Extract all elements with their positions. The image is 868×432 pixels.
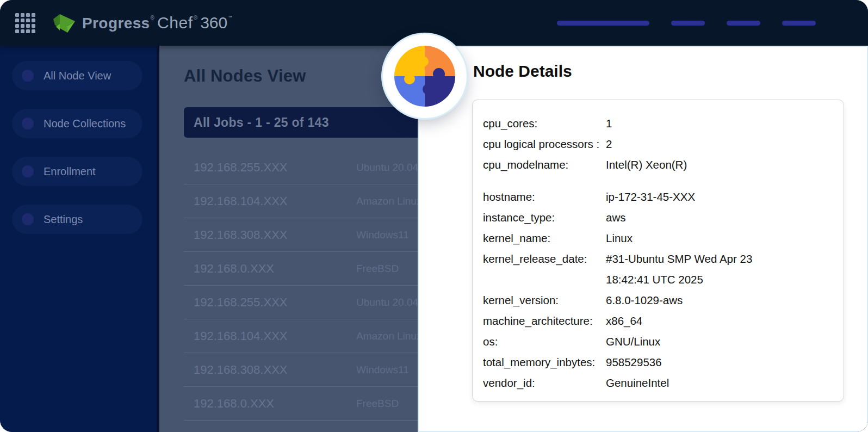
sidebar-item-label: Node Collections [44,118,126,130]
nav-placeholder-bar[interactable] [671,21,705,26]
node-ip-cell: 192.168.255.XXX [194,161,356,175]
detail-label: kernel_version: [483,290,606,311]
sidebar-item-enrollment[interactable]: Enrollment [12,157,142,186]
spotlight-circle [383,34,467,118]
brand-sm-mark: ℠ [228,16,233,21]
progress-chef-360-logo: Progress ® Chef ® 360 ℠ [53,13,233,33]
brand-suite-360: 360 [200,15,227,31]
brand-reg-mark: ® [151,15,154,21]
detail-row: kernel_release_date: #31-Ubuntu SMP Wed … [483,249,844,290]
node-ip-cell: 192.168.308.XXX [194,228,356,242]
menu-bullet-icon [22,165,34,177]
node-ip-cell: 192.168.0.XXX [194,262,356,276]
app-launcher-grid-icon[interactable] [15,13,35,33]
detail-row: kernel_name: Linux [483,228,844,249]
sidebar-item-label: Settings [44,213,83,226]
detail-label: cpu_modelname: [483,155,606,175]
node-details-panel: Node Details cpu_cores: 1 cpu logical pr… [418,46,868,432]
detail-value: 2 [606,134,612,155]
node-os-cell: Ubuntu 20.04 [356,162,418,174]
nav-placeholder-bar[interactable] [782,21,816,26]
menu-bullet-icon [22,118,34,129]
node-os-cell: FreeBSD [356,398,399,410]
detail-row: cpu_modelname: Intel(R) Xeon(R) [483,155,844,175]
nav-placeholder-bar[interactable] [727,21,760,26]
brand-reg-mark: ® [194,15,197,21]
brand-progress: Progress [82,16,150,31]
detail-label: kernel_name: [483,228,606,249]
progress-logo-icon [53,14,77,33]
detail-value: ip-172-31-45-XXX [606,187,695,207]
detail-row: instance_type: aws [483,207,844,228]
sidebar-item-node-collections[interactable]: Node Collections [12,109,142,138]
top-nav-placeholder-group [557,21,816,26]
detail-value: 958529536 [606,352,662,373]
node-ip-cell: 192.168.0.XXX [194,397,356,411]
detail-label: cpu_cores: [483,113,606,134]
node-ip-cell: 192.168.104.XXX [194,329,356,343]
detail-value: aws [606,207,625,228]
detail-label: vendor_id: [483,373,606,393]
detail-row: machine_architecture: x86_64 [483,311,844,331]
detail-label: cpu logical processors : [483,134,606,155]
jobs-summary-label: All Jobs - 1 - 25 of 143 [194,115,329,130]
detail-value: Intel(R) Xeon(R) [606,155,687,175]
node-os-cell: Windows11 [356,229,409,241]
node-os-cell: Windows11 [356,364,409,376]
detail-row: cpu logical processors : 2 [483,134,844,155]
detail-label: instance_type: [483,207,606,228]
node-os-cell: Ubuntu 20.04 [356,297,418,308]
node-ip-cell: 192.168.104.XXX [194,194,356,208]
node-details-card: cpu_cores: 1 cpu logical processors : 2 … [472,100,844,402]
sidebar-item-settings[interactable]: Settings [12,205,142,234]
detail-value: x86_64 [606,311,642,331]
detail-row: os: GNU/Linux [483,331,844,352]
brand-chef: Chef [157,15,193,31]
detail-label: kernel_release_date: [483,249,606,290]
sidebar-item-label: All Node View [44,70,111,82]
menu-bullet-icon [22,213,34,225]
sidebar: All Node View Node Collections Enrollmen… [0,46,159,432]
detail-value: GNU/Linux [606,331,660,352]
detail-label: machine_architecture: [483,311,606,331]
detail-label: os: [483,331,606,352]
node-ip-cell: 192.168.255.XXX [194,295,356,310]
menu-bullet-icon [22,70,34,82]
detail-label: total_memory_inbytes: [483,352,606,373]
detail-value: 6.8.0-1029-aws [606,290,683,311]
app-window: Progress ® Chef ® 360 ℠ All Node View No… [0,0,868,432]
sidebar-item-all-node-view[interactable]: All Node View [12,61,142,90]
detail-row: total_memory_inbytes: 958529536 [483,352,844,373]
node-details-title: Node Details [473,61,572,82]
detail-row: vendor_id: GenuineIntel [483,373,844,393]
node-os-cell: FreeBSD [356,263,399,275]
detail-value: Linux [606,228,633,249]
detail-value: GenuineIntel [606,373,669,393]
sidebar-item-label: Enrollment [44,165,96,178]
detail-label: hostname: [483,187,606,207]
detail-row: hostname: ip-172-31-45-XXX [483,187,844,207]
puzzle-logo-icon [394,46,455,107]
detail-row: kernel_version: 6.8.0-1029-aws [483,290,844,311]
nav-placeholder-bar[interactable] [557,21,649,26]
detail-value: 1 [606,113,612,134]
detail-value: #31-Ubuntu SMP Wed Apr 23 18:42:41 UTC 2… [606,249,752,290]
detail-row: cpu_cores: 1 [483,113,844,134]
node-ip-cell: 192.168.308.XXX [194,363,356,377]
